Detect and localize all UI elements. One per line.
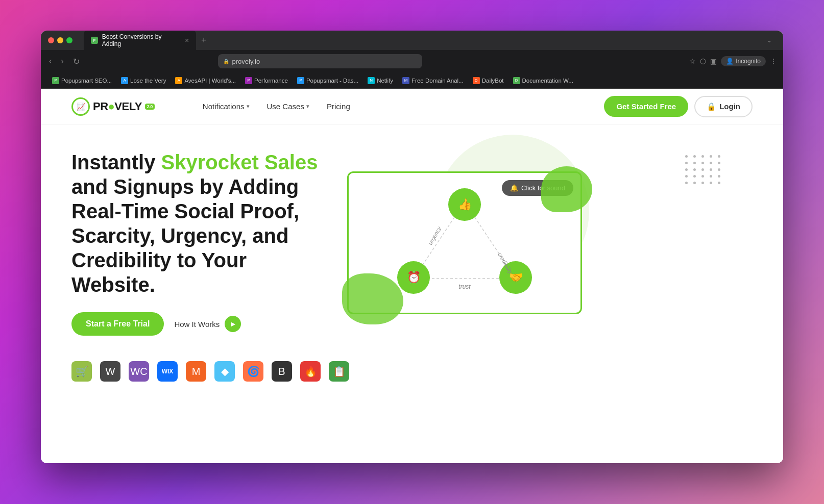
page-content: 📈 PR●VELY 2.0 Notifications ▾ Use Cases … (41, 89, 783, 463)
site-logo[interactable]: 📈 PR●VELY 2.0 (71, 97, 155, 116)
hero-title: Instantly Skyrocket Sales and Signups by… (71, 150, 327, 297)
nav-links: Notifications ▾ Use Cases ▾ Pricing (196, 98, 357, 115)
bookmark-label: Popupsmart SEO... (61, 78, 112, 84)
nav-pricing-label: Pricing (327, 102, 350, 111)
bookmark-netlify[interactable]: N Netlify (363, 75, 397, 86)
sidebar-icon[interactable]: ▣ (710, 57, 717, 65)
traffic-lights (48, 37, 72, 43)
chevron-down-icon: ▾ (247, 103, 250, 110)
green-blob-top (541, 166, 592, 212)
ssl-lock-icon: 🔒 (223, 59, 229, 64)
nav-actions: Get Started Free 🔒 Login (604, 96, 753, 117)
bookmark-label: AvesAPI | World's... (184, 78, 236, 84)
trust-label: trust (458, 283, 471, 290)
browser-tab-active[interactable]: P Boost Conversions by Adding ✕ (84, 31, 196, 50)
bookmarks-bar: P Popupsmart SEO... A Lose the Very A Av… (41, 72, 783, 89)
hero-title-part2: and Signups by Adding Real-Time Social P… (71, 175, 299, 296)
chevron-down-icon: ▾ (306, 103, 309, 110)
tab-more-icon[interactable]: ⌄ (763, 37, 776, 44)
bookmark-label: DailyBot (482, 78, 504, 84)
bookmark-lose-very[interactable]: A Lose the Very (117, 75, 170, 86)
titlebar: P Boost Conversions by Adding ✕ + ⌄ (41, 31, 783, 50)
nav-pricing[interactable]: Pricing (320, 98, 357, 115)
bookmark-icon: A (121, 77, 128, 84)
login-button[interactable]: 🔒 Login (694, 96, 753, 117)
hero-title-highlight: Skyrocket Sales (161, 151, 318, 173)
bookmark-icon: P (52, 77, 59, 84)
get-started-button[interactable]: Get Started Free (604, 96, 688, 117)
bookmark-icon: P (297, 77, 304, 84)
bookmark-popupsmart-seo[interactable]: P Popupsmart SEO... (48, 75, 116, 86)
browser-window: P Boost Conversions by Adding ✕ + ⌄ ‹ › … (41, 31, 783, 463)
integration-other5[interactable]: 📋 (329, 361, 349, 382)
new-tab-button[interactable]: + (198, 35, 210, 46)
bookmark-icon: D (513, 77, 520, 84)
fullscreen-button[interactable] (66, 37, 72, 43)
svg-text:👍: 👍 (458, 197, 472, 211)
hero-text: Instantly Skyrocket Sales and Signups by… (71, 150, 327, 336)
nav-use-cases-label: Use Cases (267, 102, 304, 111)
url-text: provely.io (232, 58, 260, 65)
lock-icon: 🔒 (707, 102, 716, 111)
dots-decoration (685, 155, 722, 184)
minimize-button[interactable] (57, 37, 63, 43)
bookmark-label: Documentation W... (522, 78, 573, 84)
integration-wordpress[interactable]: W (100, 361, 120, 382)
integration-shopify[interactable]: 🛒 (71, 361, 92, 382)
free-trial-button[interactable]: Start a Free Trial (71, 312, 164, 336)
integration-other3[interactable]: B (272, 361, 292, 382)
menu-icon[interactable]: ⋮ (770, 57, 777, 65)
integration-other4[interactable]: 🔥 (300, 361, 321, 382)
url-bar[interactable]: 🔒 provely.io (218, 54, 422, 68)
bookmark-label: Netlify (377, 78, 393, 84)
play-icon: ▶ (225, 316, 241, 332)
bookmark-icon: M (402, 77, 409, 84)
logo-text: PR●VELY (93, 100, 142, 113)
integration-other1[interactable]: ◆ (214, 361, 235, 382)
hero-section: Instantly Skyrocket Sales and Signups by… (41, 124, 783, 351)
bookmark-avesapi[interactable]: A AvesAPI | World's... (171, 75, 240, 86)
bookmark-popupsmart-das[interactable]: P Popupsmart - Das... (293, 75, 362, 86)
bookmark-icon: N (368, 77, 375, 84)
incognito-label: Incognito (736, 58, 761, 65)
refresh-button[interactable]: ↻ (71, 55, 82, 68)
close-button[interactable] (48, 37, 54, 43)
back-button[interactable]: ‹ (47, 55, 54, 68)
how-it-works-link[interactable]: How It Works ▶ (174, 316, 241, 332)
addressbar-right: ☆ ⬡ ▣ 👤 Incognito ⋮ (689, 56, 777, 66)
integration-woocommerce[interactable]: WC (129, 361, 149, 382)
bookmark-label: Free Domain Anal... (411, 78, 464, 84)
integration-wix[interactable]: WIX (157, 361, 178, 382)
bookmark-free-domain[interactable]: M Free Domain Anal... (398, 75, 468, 86)
hero-actions: Start a Free Trial How It Works ▶ (71, 312, 327, 336)
logo-badge: 2.0 (145, 104, 155, 110)
integration-other2[interactable]: 🌀 (243, 361, 263, 382)
nav-notifications[interactable]: Notifications ▾ (196, 98, 257, 115)
bookmark-documentation[interactable]: D Documentation W... (509, 75, 577, 86)
bookmark-dailybot[interactable]: D DailyBot (469, 75, 508, 86)
tab-close-icon[interactable]: ✕ (185, 38, 189, 43)
bookmark-icon[interactable]: ☆ (689, 57, 696, 65)
tab-area: P Boost Conversions by Adding ✕ + (84, 31, 210, 50)
login-label: Login (719, 102, 740, 111)
bookmark-icon: D (473, 77, 480, 84)
integrations-bar: 🛒 W WC WIX M ◆ 🌀 B 🔥 📋 (41, 351, 783, 392)
integration-magento[interactable]: M (186, 361, 206, 382)
how-it-works-label: How It Works (174, 320, 220, 329)
urgency-label: urgency (427, 225, 443, 246)
forward-button[interactable]: › (59, 55, 65, 68)
extensions-icon[interactable]: ⬡ (700, 57, 706, 65)
diagram-svg: 👍 ⏰ 🤝 urgency credibility (383, 187, 546, 299)
addressbar: ‹ › ↻ 🔒 provely.io ☆ ⬡ ▣ 👤 Incognito ⋮ (41, 50, 783, 72)
bookmark-icon: P (245, 77, 252, 84)
incognito-badge: 👤 Incognito (721, 56, 766, 66)
svg-text:⏰: ⏰ (407, 270, 421, 284)
site-navbar: 📈 PR●VELY 2.0 Notifications ▾ Use Cases … (41, 89, 783, 124)
bookmark-performance[interactable]: P Performance (241, 75, 292, 86)
tab-title: Boost Conversions by Adding (102, 33, 181, 47)
nav-use-cases[interactable]: Use Cases ▾ (260, 98, 317, 115)
bookmark-label: Lose the Very (130, 78, 166, 84)
hero-title-part1: Instantly (71, 151, 161, 173)
bookmark-icon: A (175, 77, 182, 84)
incognito-icon: 👤 (726, 58, 734, 65)
